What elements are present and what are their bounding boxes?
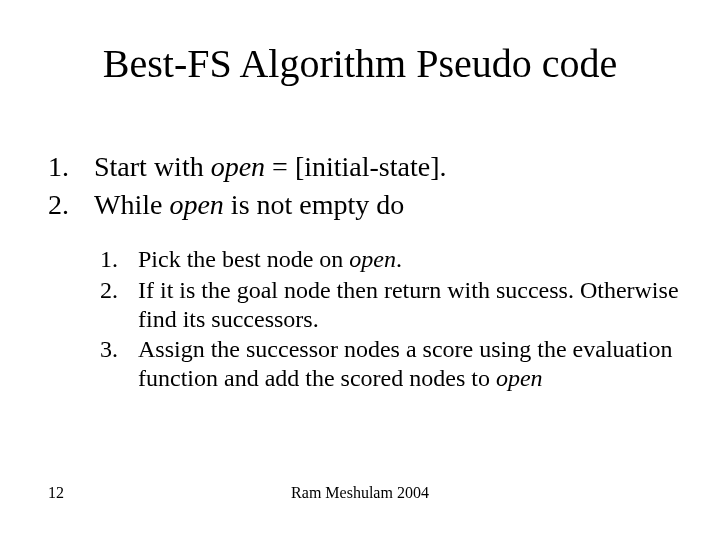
slide-title: Best-FS Algorithm Pseudo code — [0, 40, 720, 87]
list-item: 1. Pick the best node on open. — [100, 245, 680, 274]
list-item: 3. Assign the successor nodes a score us… — [100, 335, 680, 393]
text: Assign the successor nodes a score using… — [138, 336, 673, 391]
list-text: Assign the successor nodes a score using… — [138, 335, 680, 393]
list-text: If it is the goal node then return with … — [138, 276, 680, 334]
italic-text: open — [169, 189, 223, 220]
italic-text: open — [496, 365, 543, 391]
list-item: 2. While open is not empty do — [48, 188, 680, 222]
text: is not empty do — [224, 189, 404, 220]
italic-text: open — [349, 246, 396, 272]
list-text: Pick the best node on open. — [138, 245, 402, 274]
text: While — [94, 189, 169, 220]
outer-list: 1. Start with open = [initial-state]. 2.… — [48, 150, 680, 225]
italic-text: open — [211, 151, 265, 182]
text: Start with — [94, 151, 211, 182]
list-item: 2. If it is the goal node then return wi… — [100, 276, 680, 334]
list-number: 1. — [48, 150, 94, 184]
list-number: 1. — [100, 245, 138, 274]
text: Pick the best node on — [138, 246, 349, 272]
list-number: 2. — [48, 188, 94, 222]
text: = [initial-state]. — [265, 151, 446, 182]
list-item: 1. Start with open = [initial-state]. — [48, 150, 680, 184]
footer-credit: Ram Meshulam 2004 — [0, 484, 720, 502]
text: If it is the goal node then return with … — [138, 277, 679, 332]
list-number: 2. — [100, 276, 138, 334]
list-number: 3. — [100, 335, 138, 393]
inner-list: 1. Pick the best node on open. 2. If it … — [100, 245, 680, 395]
list-text: While open is not empty do — [94, 188, 404, 222]
list-text: Start with open = [initial-state]. — [94, 150, 447, 184]
text: . — [396, 246, 402, 272]
slide: Best-FS Algorithm Pseudo code 1. Start w… — [0, 0, 720, 540]
